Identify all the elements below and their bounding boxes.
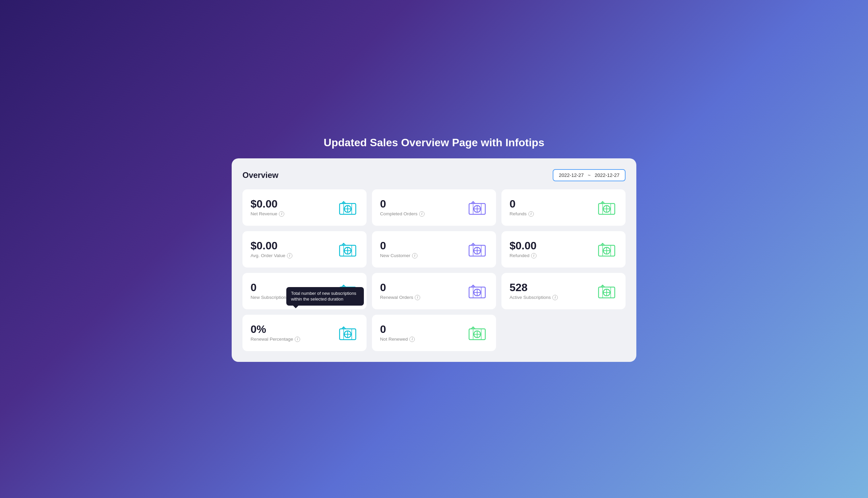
not-renewed-icon (467, 322, 488, 344)
renewal-orders-value: 0 (380, 282, 420, 293)
renewal-orders-label: Renewal Orders i (380, 295, 420, 300)
metric-card-refunds: 0 Refunds i (501, 189, 626, 226)
active-subscriptions-info-icon[interactable]: i (552, 295, 558, 300)
dashboard-card: Overview 2022-12-27 ~ 2022-12-27 $0.00 N… (232, 158, 636, 362)
new-customer-label: New Customer i (380, 253, 418, 259)
metric-content: 0 New Customer i (380, 240, 418, 259)
renewal-percentage-info-icon[interactable]: i (295, 337, 300, 342)
renewal-percentage-label: Renewal Percentage i (251, 337, 300, 342)
overview-title: Overview (242, 170, 279, 180)
net-revenue-label: Net Revenue i (251, 211, 284, 217)
metric-content: 0 New Subscriptions i (251, 282, 296, 300)
new-customer-info-icon[interactable]: i (412, 253, 418, 259)
metric-content: 0 Not Renewed i (380, 324, 415, 342)
active-subscriptions-label: Active Subscriptions i (510, 295, 558, 300)
metrics-grid: $0.00 Net Revenue i (242, 189, 626, 351)
metric-card-new-customer: 0 New Customer i (372, 231, 496, 267)
new-subscriptions-icon (337, 280, 358, 302)
new-customer-value: 0 (380, 240, 418, 251)
refunded-icon (596, 238, 617, 260)
refunds-info-icon[interactable]: i (528, 211, 534, 217)
refunded-label: Refunded i (510, 253, 537, 259)
completed-orders-info-icon[interactable]: i (419, 211, 424, 217)
not-renewed-value: 0 (380, 324, 415, 335)
metric-card-avg-order-value: $0.00 Avg. Order Value i (242, 231, 367, 267)
avg-order-value-icon (337, 238, 358, 260)
renewal-percentage-value: 0% (251, 324, 300, 335)
new-subscriptions-label: New Subscriptions i (251, 295, 296, 300)
refunds-value: 0 (510, 198, 534, 209)
active-subscriptions-value: 528 (510, 282, 558, 293)
metric-content: 528 Active Subscriptions i (510, 282, 558, 300)
renewal-orders-icon (467, 280, 488, 302)
date-start: 2022-12-27 (559, 172, 584, 178)
not-renewed-info-icon[interactable]: i (409, 337, 415, 342)
avg-order-value-value: $0.00 (251, 240, 292, 251)
metric-content: 0% Renewal Percentage i (251, 324, 300, 342)
metric-content: $0.00 Avg. Order Value i (251, 240, 292, 259)
net-revenue-value: $0.00 (251, 198, 284, 209)
metric-card-refunded: $0.00 Refunded i (501, 231, 626, 267)
refunds-icon (596, 197, 617, 218)
net-revenue-info-icon[interactable]: i (279, 211, 284, 217)
empty-cell (501, 315, 626, 351)
metric-card-new-subscriptions: 0 New Subscriptions i Total number of ne… (242, 273, 367, 309)
completed-orders-label: Completed Orders i (380, 211, 424, 217)
net-revenue-icon (337, 197, 358, 218)
avg-order-value-info-icon[interactable]: i (287, 253, 292, 259)
page-title: Updated Sales Overview Page with Infotip… (232, 136, 636, 149)
date-end: 2022-12-27 (595, 172, 620, 178)
metric-card-net-revenue: $0.00 Net Revenue i (242, 189, 367, 226)
new-subscriptions-value: 0 (251, 282, 296, 293)
new-customer-icon (467, 238, 488, 260)
date-range-picker[interactable]: 2022-12-27 ~ 2022-12-27 (553, 169, 626, 181)
metric-content: 0 Completed Orders i (380, 198, 424, 217)
date-separator: ~ (588, 172, 590, 178)
metric-card-not-renewed: 0 Not Renewed i (372, 315, 496, 351)
metric-card-active-subscriptions: 528 Active Subscriptions i (501, 273, 626, 309)
metric-card-completed-orders: 0 Completed Orders i (372, 189, 496, 226)
metric-card-renewal-orders: 0 Renewal Orders i (372, 273, 496, 309)
renewal-percentage-icon (337, 322, 358, 344)
metric-content: $0.00 Net Revenue i (251, 198, 284, 217)
metric-content: 0 Renewal Orders i (380, 282, 420, 300)
dashboard-header: Overview 2022-12-27 ~ 2022-12-27 (242, 169, 626, 181)
completed-orders-icon (467, 197, 488, 218)
not-renewed-label: Not Renewed i (380, 337, 415, 342)
new-subscriptions-info-icon[interactable]: i (290, 295, 296, 300)
renewal-orders-info-icon[interactable]: i (415, 295, 420, 300)
refunded-info-icon[interactable]: i (531, 253, 537, 259)
avg-order-value-label: Avg. Order Value i (251, 253, 292, 259)
refunded-value: $0.00 (510, 240, 537, 251)
refunds-label: Refunds i (510, 211, 534, 217)
active-subscriptions-icon (596, 280, 617, 302)
metric-content: $0.00 Refunded i (510, 240, 537, 259)
outer-wrapper: Updated Sales Overview Page with Infotip… (232, 136, 636, 362)
metric-card-renewal-percentage: 0% Renewal Percentage i (242, 315, 367, 351)
metric-content: 0 Refunds i (510, 198, 534, 217)
completed-orders-value: 0 (380, 198, 424, 209)
